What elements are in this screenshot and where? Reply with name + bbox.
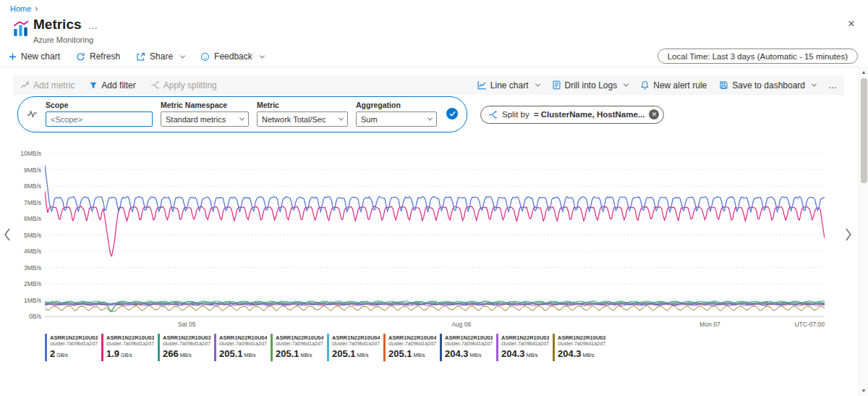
chart-plot-area[interactable] xyxy=(45,151,825,319)
breadcrumb-home-link[interactable]: Home xyxy=(10,4,31,13)
drill-into-logs-label: Drill into Logs xyxy=(565,80,618,90)
save-icon xyxy=(719,80,728,90)
legend-series-host: cluster-7a09bd1a2d7b... xyxy=(558,341,605,346)
split-by-label: Split by xyxy=(502,110,529,119)
metric-config-pill: Scope Metric Namespace Standard metrics … xyxy=(17,96,467,132)
new-alert-rule-label: New alert rule xyxy=(653,80,707,90)
legend-series-value: 204.3MB/s xyxy=(501,347,549,360)
remove-split-icon[interactable]: ✕ xyxy=(649,109,659,119)
line-chart-icon xyxy=(477,80,487,90)
split-by-pill[interactable]: Split by = ClusterName, HostName... ✕ xyxy=(480,106,664,124)
feedback-label: Feedback xyxy=(214,51,252,62)
legend-series-host: cluster-7a09bd1a2d7b... xyxy=(50,341,98,346)
vertical-scrollbar[interactable]: ▲ ▼ xyxy=(859,67,868,396)
refresh-button[interactable]: Refresh xyxy=(75,50,122,63)
scroll-up-icon[interactable]: ▲ xyxy=(859,69,868,75)
aggregation-select[interactable]: Sum xyxy=(356,111,437,127)
metric-label: Metric xyxy=(257,101,348,109)
x-axis-label: Aug 06 xyxy=(451,321,471,328)
legend-item[interactable]: ASRR1N22R10U03, Met... cluster-7a09bd1a2… xyxy=(158,334,213,361)
line-chart-button[interactable]: Line chart xyxy=(477,80,540,90)
legend-series-name: ASRR1N22R10U04, Loc... xyxy=(388,334,436,341)
legend-item[interactable]: ASRR1N22R10U03, Met... cluster-7a09bd1a2… xyxy=(45,334,100,361)
header-divider xyxy=(0,67,868,67)
drill-into-logs-button[interactable]: Drill into Logs xyxy=(552,80,629,90)
add-filter-label: Add filter xyxy=(101,80,135,90)
legend-series-value: 1.9GB/s xyxy=(106,347,154,360)
legend-item[interactable]: ASRR1N22R10U04, Loc... cluster-7a09bd1a2… xyxy=(214,334,269,361)
share-button[interactable]: Share xyxy=(135,50,186,63)
metric-select[interactable]: Network Total/Sec xyxy=(257,111,348,127)
legend-series-value: 205.1MB/s xyxy=(219,347,267,360)
chevron-down-icon xyxy=(339,116,344,121)
alert-bell-icon xyxy=(640,80,650,90)
legend-item[interactable]: ASRR1N22R10U04, Loc... cluster-7a09bd1a2… xyxy=(271,334,326,361)
close-button[interactable]: × xyxy=(848,17,855,30)
legend-series-name: ASRR1N22R10U03, Loc... xyxy=(558,334,605,341)
next-chart-chevron[interactable] xyxy=(843,226,854,245)
page-title: Metrics xyxy=(33,17,82,33)
metric-group: Metric Network Total/Sec xyxy=(257,101,348,127)
legend: ASRR1N22R10U03, Met... cluster-7a09bd1a2… xyxy=(45,334,608,361)
breadcrumb-separator: › xyxy=(35,4,38,14)
split-by-icon xyxy=(488,110,498,119)
y-axis-label: 2MB/s xyxy=(24,280,41,287)
aggregation-label: Aggregation xyxy=(356,101,437,109)
legend-series-value: 204.3MB/s xyxy=(558,347,605,360)
save-to-dashboard-label: Save to dashboard xyxy=(732,80,805,90)
save-to-dashboard-button[interactable]: Save to dashboard xyxy=(719,80,816,90)
refresh-label: Refresh xyxy=(90,51,120,62)
more-commands-button[interactable]: … xyxy=(828,80,837,90)
legend-item[interactable]: ASRR1N22R10U03, Loc... cluster-7a09bd1a2… xyxy=(496,334,551,361)
metrics-line-chart xyxy=(45,151,825,319)
chart-toolbar-right: Line chart Drill into Logs New alert rul… xyxy=(477,80,837,90)
metric-namespace-value: Standard metrics xyxy=(166,115,226,124)
legend-series-host: cluster-7a09bd1a2d7b... xyxy=(501,341,549,346)
refresh-icon xyxy=(76,52,85,62)
legend-item[interactable]: ASRR1N22R10U03, Loc... cluster-7a09bd1a2… xyxy=(440,334,495,361)
legend-series-value: 266MB/s xyxy=(163,347,210,360)
legend-item[interactable]: ASRR1N22R10U03, Loc... cluster-7a09bd1a2… xyxy=(553,334,608,361)
y-axis-label: 7MB/s xyxy=(24,199,41,206)
new-chart-label: New chart xyxy=(21,51,60,62)
scrollbar-thumb[interactable] xyxy=(861,78,867,183)
legend-series-name: ASRR1N22R10U04, Loc... xyxy=(219,334,267,341)
y-axis-label: 0B/s xyxy=(29,313,41,320)
legend-series-name: ASRR1N22R10U03, Loc... xyxy=(445,334,493,341)
add-metric-button[interactable]: Add metric xyxy=(20,80,75,90)
legend-series-host: cluster-7a09bd1a2d7b... xyxy=(219,341,267,346)
plus-icon xyxy=(9,53,17,61)
scroll-down-icon[interactable]: ▼ xyxy=(859,388,868,393)
new-alert-rule-button[interactable]: New alert rule xyxy=(640,80,707,90)
previous-chart-chevron[interactable] xyxy=(2,226,12,245)
metric-pulse-icon xyxy=(27,109,38,119)
chevron-down-icon xyxy=(535,82,540,87)
metric-namespace-select[interactable]: Standard metrics xyxy=(161,111,249,127)
legend-series-value: 205.1MB/s xyxy=(276,347,323,360)
legend-item[interactable]: ASRR1N22R10U04, Loc... cluster-7a09bd1a2… xyxy=(383,334,438,361)
add-filter-button[interactable]: Add filter xyxy=(89,80,135,90)
legend-series-name: ASRR1N22R10U03, Hyp... xyxy=(106,334,154,341)
legend-item[interactable]: ASRR1N22R10U03, Hyp... cluster-7a09bd1a2… xyxy=(101,334,156,361)
legend-series-name: ASRR1N22R10U03, Met... xyxy=(50,334,98,341)
new-chart-button[interactable]: New chart xyxy=(7,50,61,63)
scope-input[interactable] xyxy=(46,111,153,127)
time-range-picker[interactable]: Local Time: Last 3 days (Automatic - 15 … xyxy=(658,49,858,64)
aggregation-value: Sum xyxy=(361,115,378,124)
valid-check-icon xyxy=(446,108,458,119)
legend-series-name: ASRR1N22R10U04, Loc... xyxy=(276,334,323,341)
line-chart-label: Line chart xyxy=(490,80,529,90)
title-more-button[interactable]: … xyxy=(88,20,98,31)
apply-splitting-button[interactable]: Apply splitting xyxy=(150,80,217,90)
x-axis-label: UTC-07:00 xyxy=(794,321,825,328)
chevron-down-icon xyxy=(239,116,244,121)
metrics-app-icon xyxy=(12,20,30,38)
y-axis-label: 8MB/s xyxy=(24,182,41,190)
share-icon xyxy=(136,52,145,62)
legend-series-name: ASRR1N22R10U04, Loc... xyxy=(332,334,380,341)
x-axis-label: Sat 05 xyxy=(178,321,196,328)
metric-namespace-label: Metric Namespace xyxy=(161,101,249,109)
legend-item[interactable]: ASRR1N22R10U04, Loc... cluster-7a09bd1a2… xyxy=(327,334,382,361)
legend-series-host: cluster-7a09bd1a2d7b... xyxy=(332,341,380,346)
feedback-button[interactable]: Feedback xyxy=(199,50,265,63)
